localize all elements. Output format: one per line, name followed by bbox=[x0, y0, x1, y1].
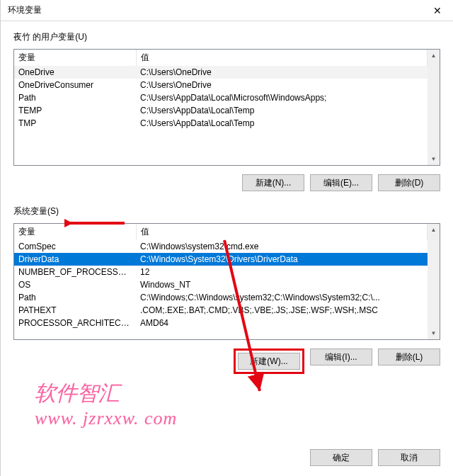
var-name-cell: DriverData bbox=[14, 253, 136, 266]
var-value-cell: C:\Users\AppData\Local\Temp bbox=[136, 117, 428, 130]
table-row[interactable]: OSWindows_NT bbox=[14, 278, 428, 291]
var-value-cell: 12 bbox=[136, 266, 428, 278]
table-row[interactable]: PathC:\Users\AppData\Local\Microsoft\Win… bbox=[14, 91, 428, 104]
user-vars-buttons: 新建(N)... 编辑(E)... 删除(D) bbox=[13, 174, 440, 191]
table-row[interactable]: DriverDataC:\Windows\System32\Drivers\Dr… bbox=[14, 253, 428, 266]
table-row[interactable]: OneDriveConsumerC:\Users\OneDrive bbox=[14, 79, 428, 91]
var-value-cell: C:\Windows\System32\Drivers\DriverData bbox=[136, 253, 428, 266]
system-vars-table[interactable]: 变量 值 ComSpecC:\Windows\system32\cmd.exeD… bbox=[14, 224, 428, 329]
annotation-highlight: 新建(W)... bbox=[234, 348, 304, 374]
var-value-cell: Windows_NT bbox=[136, 278, 428, 291]
watermark-line2: www. jzrxxw. com bbox=[35, 407, 177, 431]
var-name-cell: TEMP bbox=[14, 104, 136, 117]
var-name-cell: PROCESSOR_ARCHITECT... bbox=[14, 317, 136, 329]
user-vars-label: 夜竹 的用户变量(U) bbox=[13, 31, 440, 43]
scroll-up-icon[interactable]: ▲ bbox=[428, 224, 440, 236]
table-row[interactable]: NUMBER_OF_PROCESSORS12 bbox=[14, 266, 428, 278]
var-name-cell: NUMBER_OF_PROCESSORS bbox=[14, 266, 136, 278]
col-var[interactable]: 变量 bbox=[14, 50, 136, 66]
var-value-cell: C:\Windows;C:\Windows\system32;C:\Window… bbox=[136, 291, 428, 304]
scroll-down-icon[interactable]: ▼ bbox=[428, 153, 440, 165]
user-vars-table-wrap: 变量 值 OneDriveC:\Users\OneDriveOneDriveCo… bbox=[13, 49, 440, 166]
var-value-cell: .COM;.EXE;.BAT;.CMD;.VBS;.VBE;.JS;.JSE;.… bbox=[136, 304, 428, 317]
var-name-cell: Path bbox=[14, 91, 136, 104]
dialog-footer: 确定 取消 bbox=[1, 441, 453, 476]
scrollbar[interactable]: ▲ ▼ bbox=[428, 224, 440, 339]
var-name-cell: ComSpec bbox=[14, 240, 136, 253]
system-vars-table-wrap: 变量 值 ComSpecC:\Windows\system32\cmd.exeD… bbox=[13, 223, 440, 340]
var-value-cell: AMD64 bbox=[136, 317, 428, 329]
scroll-up-icon[interactable]: ▲ bbox=[428, 50, 440, 62]
dialog-content: 夜竹 的用户变量(U) 变量 值 OneDriveC:\Users\OneDri… bbox=[1, 21, 453, 441]
table-row[interactable]: PATHEXT.COM;.EXE;.BAT;.CMD;.VBS;.VBE;.JS… bbox=[14, 304, 428, 317]
system-edit-button[interactable]: 编辑(I)... bbox=[310, 348, 372, 366]
var-name-cell: PATHEXT bbox=[14, 304, 136, 317]
user-vars-table[interactable]: 变量 值 OneDriveC:\Users\OneDriveOneDriveCo… bbox=[14, 50, 428, 130]
scroll-down-icon[interactable]: ▼ bbox=[428, 327, 440, 339]
table-row[interactable]: PROCESSOR_ARCHITECT...AMD64 bbox=[14, 317, 428, 329]
titlebar: 环境变量 ✕ bbox=[1, 0, 453, 21]
var-value-cell: C:\Windows\system32\cmd.exe bbox=[136, 240, 428, 253]
var-name-cell: Path bbox=[14, 291, 136, 304]
var-name-cell: OS bbox=[14, 278, 136, 291]
system-vars-group: 系统变量(S) 变量 值 ComSpecC:\Windows\system32\… bbox=[13, 205, 440, 374]
table-row[interactable]: OneDriveC:\Users\OneDrive bbox=[14, 66, 428, 79]
var-name-cell: OneDrive bbox=[14, 66, 136, 79]
col-var[interactable]: 变量 bbox=[14, 224, 136, 240]
user-edit-button[interactable]: 编辑(E)... bbox=[310, 174, 372, 191]
user-vars-group: 夜竹 的用户变量(U) 变量 值 OneDriveC:\Users\OneDri… bbox=[13, 31, 440, 191]
user-new-button[interactable]: 新建(N)... bbox=[242, 174, 304, 191]
dialog-title: 环境变量 bbox=[8, 4, 42, 16]
user-delete-button[interactable]: 删除(D) bbox=[378, 174, 440, 191]
ok-button[interactable]: 确定 bbox=[310, 449, 372, 466]
table-row[interactable]: PathC:\Windows;C:\Windows\system32;C:\Wi… bbox=[14, 291, 428, 304]
table-row[interactable]: TEMPC:\Users\AppData\Local\Temp bbox=[14, 104, 428, 117]
watermark: 软件智汇 www. jzrxxw. com bbox=[35, 379, 177, 431]
col-val[interactable]: 值 bbox=[136, 224, 428, 240]
cancel-button[interactable]: 取消 bbox=[378, 449, 440, 466]
close-icon[interactable]: ✕ bbox=[422, 0, 453, 21]
scrollbar[interactable]: ▲ ▼ bbox=[428, 50, 440, 165]
system-vars-buttons: 新建(W)... 编辑(I)... 删除(L) bbox=[13, 348, 440, 374]
var-name-cell: TMP bbox=[14, 117, 136, 130]
var-value-cell: C:\Users\OneDrive bbox=[136, 66, 428, 79]
table-row[interactable]: ComSpecC:\Windows\system32\cmd.exe bbox=[14, 240, 428, 253]
table-row[interactable]: TMPC:\Users\AppData\Local\Temp bbox=[14, 117, 428, 130]
var-value-cell: C:\Users\AppData\Local\Microsoft\Windows… bbox=[136, 91, 428, 104]
col-val[interactable]: 值 bbox=[136, 50, 428, 66]
env-vars-dialog: 环境变量 ✕ 夜竹 的用户变量(U) 变量 值 OneDriveC:\Users… bbox=[0, 0, 453, 476]
watermark-line1: 软件智汇 bbox=[35, 379, 177, 407]
var-value-cell: C:\Users\AppData\Local\Temp bbox=[136, 104, 428, 117]
system-new-button[interactable]: 新建(W)... bbox=[238, 353, 300, 370]
var-name-cell: OneDriveConsumer bbox=[14, 79, 136, 91]
system-vars-label: 系统变量(S) bbox=[13, 205, 440, 217]
system-delete-button[interactable]: 删除(L) bbox=[378, 348, 440, 366]
var-value-cell: C:\Users\OneDrive bbox=[136, 79, 428, 91]
